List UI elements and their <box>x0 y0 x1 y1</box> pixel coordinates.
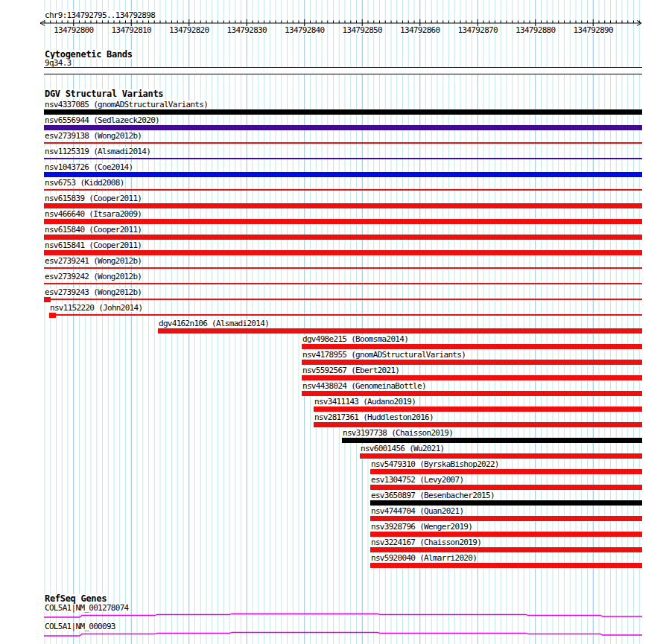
variant-bar[interactable] <box>302 344 642 349</box>
cytoband-track[interactable] <box>44 67 642 74</box>
variant-bar[interactable] <box>44 158 642 159</box>
variant-bar[interactable] <box>370 469 642 474</box>
variant-bar[interactable] <box>314 407 642 412</box>
variant-bar[interactable] <box>44 283 642 284</box>
variant-label: nsv3928796 (Wenger2019) <box>370 523 473 531</box>
variant-label: nsv6001456 (Wu2021) <box>360 444 445 453</box>
variant-label: nsv2817361 (Huddleston2016) <box>314 413 434 421</box>
variant-label: dgv498e215 (Boomsma2014) <box>302 335 409 343</box>
variant-bar[interactable] <box>44 219 642 224</box>
ruler-tick-label: 134792840 <box>284 26 325 34</box>
gene-line[interactable] <box>44 614 642 618</box>
variant-bar[interactable] <box>370 532 642 537</box>
variant-label: nsv4178955 (gnomADStructuralVariants) <box>302 351 466 359</box>
variant-bar[interactable] <box>44 235 642 240</box>
variant-label: nsv4438024 (GenomeinaBottle) <box>302 382 427 390</box>
ruler-tick-label: 134792820 <box>168 26 209 34</box>
variant-bar[interactable] <box>44 142 642 144</box>
variant-bar[interactable] <box>302 391 642 396</box>
variant-bar[interactable] <box>314 422 642 427</box>
variant-label: nsv4744704 (Quan2021) <box>370 507 464 515</box>
ruler-tick-label: 134792870 <box>457 26 498 34</box>
region-title: chr9:134792795..134792898 <box>44 11 156 19</box>
variant-bar[interactable] <box>302 360 642 365</box>
ruler-tick-label: 134792890 <box>573 26 614 34</box>
ruler-tick-label: 134792850 <box>342 26 383 34</box>
variant-label: nsv6556944 (Sedlazeck2020) <box>44 116 160 124</box>
variant-label: nsv3411143 (Audano2019) <box>314 398 416 406</box>
variant-label: nsv615841 (Cooper2011) <box>44 241 142 249</box>
cytoband-label: 9q34.3 <box>44 59 72 67</box>
variant-bar[interactable] <box>370 485 642 490</box>
ruler-tick-label: 134792800 <box>53 26 94 34</box>
variant-label: esv2739242 (Wong2012b) <box>44 272 142 281</box>
variant-label: esv1304752 (Levy2007) <box>370 476 464 484</box>
variant-label: nsv3197738 (Chaisson2019) <box>342 429 454 437</box>
gene-label: COL5A1|NM_000093 <box>44 622 116 631</box>
variant-label: esv2739243 (Wong2012b) <box>44 288 142 296</box>
variant-bar[interactable] <box>44 250 642 255</box>
ruler-tick-label: 134792810 <box>111 26 152 34</box>
variant-bar[interactable] <box>342 438 642 443</box>
variant-bar[interactable] <box>302 375 642 380</box>
ruler-tick-label: 134792860 <box>399 26 440 34</box>
variant-bar[interactable] <box>360 453 642 459</box>
variant-label: nsv6753 (Kidd2008) <box>44 179 125 187</box>
variant-label: nsv5592567 (Ebert2021) <box>302 366 400 374</box>
variant-bar[interactable] <box>44 267 642 269</box>
variant-bar[interactable] <box>44 189 642 191</box>
variant-label: nsv1043726 (Coe2014) <box>44 163 133 171</box>
variant-label: nsv3224167 (Chaisson2019) <box>370 538 482 546</box>
variant-label: nsv5920040 (Almarri2020) <box>370 554 478 562</box>
variant-bar[interactable] <box>44 203 642 208</box>
refseq-genes-section-title: RefSeq Genes <box>44 594 107 603</box>
variant-label: dgv4162n106 (Alsmadi2014) <box>158 319 270 328</box>
variant-label: nsv1152220 (John2014) <box>49 304 143 312</box>
variant-label: nsv4337085 (gnomADStructuralVariants) <box>44 101 209 109</box>
dgv-variants-section-title: DGV Structural Variants <box>44 89 164 98</box>
variant-bar[interactable] <box>56 314 642 316</box>
variant-bar[interactable] <box>370 563 642 568</box>
gene-line[interactable] <box>44 633 642 637</box>
variant-label: nsv615840 (Cooper2011) <box>44 226 142 234</box>
variant-bar[interactable] <box>370 547 642 552</box>
variant-label: esv2739241 (Wong2012b) <box>44 257 142 265</box>
variant-bar[interactable] <box>44 297 51 302</box>
ruler-tick-label: 134792880 <box>515 26 556 34</box>
variant-bar[interactable] <box>44 172 642 177</box>
variant-label: esv3650897 (Besenbacher2015) <box>370 491 495 500</box>
variant-bar[interactable] <box>158 328 642 334</box>
ruler-tick-label: 134792830 <box>226 26 267 34</box>
variant-bar[interactable] <box>51 299 642 300</box>
gene-label: COL5A1|NM_001278074 <box>44 604 130 612</box>
variant-bar[interactable] <box>49 313 56 318</box>
variant-label: nsv466640 (Itsara2009) <box>44 210 142 218</box>
variant-label: nsv615839 (Cooper2011) <box>44 194 142 203</box>
variant-label: nsv5479310 (ByrskaBishop2022) <box>370 460 500 468</box>
variant-label: esv2739138 (Wong2012b) <box>44 132 142 140</box>
variant-label: nsv1125319 (Alsmadi2014) <box>44 147 151 156</box>
variant-bar[interactable] <box>370 516 642 521</box>
variant-bar[interactable] <box>370 500 642 506</box>
variant-bar[interactable] <box>44 125 642 130</box>
genome-browser: chr9:134792795..134792898 13479280013479… <box>0 0 663 644</box>
variant-bar[interactable] <box>44 109 642 115</box>
